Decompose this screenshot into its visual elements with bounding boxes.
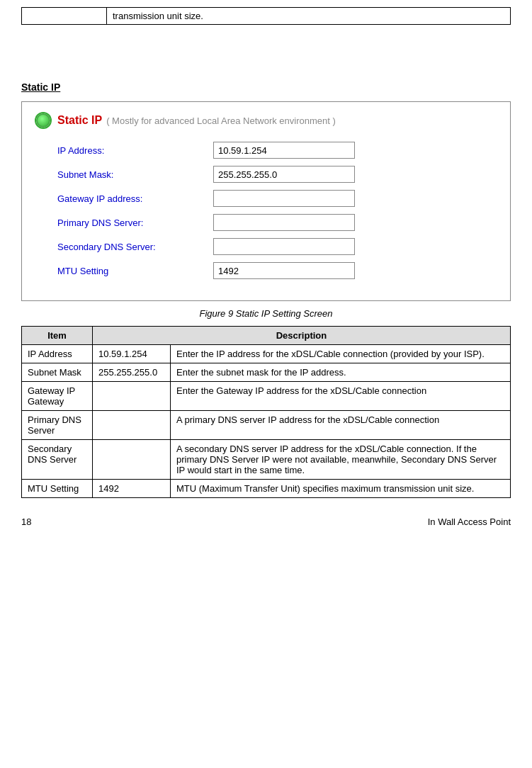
static-ip-title: Static IP [57,114,102,127]
form-rows: IP Address: Subnet Mask: Gateway IP addr… [36,142,496,279]
form-row-subnet-mask: Subnet Mask: [57,166,496,183]
figure-caption: Figure 9 Static IP Setting Screen [21,308,511,319]
form-row-primary-dns: Primary DNS Server: [57,214,496,231]
table-row: SecondaryDNS Server A secondary DNS serv… [22,440,511,480]
secondary-dns-label: Secondary DNS Server: [57,242,213,252]
row-description: Enter the Gateway IP address for the xDS… [171,382,511,411]
subnet-mask-input[interactable] [213,166,355,183]
row-description: Enter the IP address for the xDSL/Cable … [171,345,511,363]
top-table: transmission unit size. [21,7,511,25]
secondary-dns-input[interactable] [213,238,355,255]
description-table: Item Description IP Address 10.59.1.254 … [21,326,511,498]
static-ip-subtitle: ( Mostly for advanced Local Area Network… [106,115,336,126]
form-row-ip-address: IP Address: [57,142,496,159]
table-row: Gateway IPGateway Enter the Gateway IP a… [22,382,511,411]
form-row-gateway-ip: Gateway IP address: [57,190,496,207]
mtu-label: MTU Setting [57,266,213,276]
row-value: 10.59.1.254 [93,345,171,363]
row-description: A secondary DNS server IP address for th… [171,440,511,480]
row-item: MTU Setting [22,480,93,498]
row-item: SecondaryDNS Server [22,440,93,480]
primary-dns-label: Primary DNS Server: [57,218,213,228]
form-row-secondary-dns: Secondary DNS Server: [57,238,496,255]
page-footer: 18 In Wall Access Point [21,512,511,527]
table-row: MTU Setting 1492 MTU (Maximum Transfer U… [22,480,511,498]
table-row: Subnet Mask 255.255.255.0 Enter the subn… [22,363,511,382]
top-table-col1 [22,8,107,25]
row-item: Subnet Mask [22,363,93,382]
row-item: IP Address [22,345,93,363]
form-row-mtu: MTU Setting [57,262,496,279]
doc-title: In Wall Access Point [428,516,511,527]
col-header-item: Item [22,327,93,345]
ip-address-input[interactable] [213,142,355,159]
row-value: 1492 [93,480,171,498]
gateway-ip-input[interactable] [213,190,355,207]
top-table-col2: transmission unit size. [107,8,511,25]
col-header-description: Description [93,327,511,345]
table-row: IP Address 10.59.1.254 Enter the IP addr… [22,345,511,363]
row-value [93,411,171,440]
page-number: 18 [21,516,31,527]
radio-selected-icon[interactable] [36,113,50,128]
subnet-mask-label: Subnet Mask: [57,169,213,180]
section-heading: Static IP [21,81,511,93]
mtu-input[interactable] [213,262,355,279]
ip-address-label: IP Address: [57,145,213,156]
row-description: A primary DNS server IP address for the … [171,411,511,440]
row-description: MTU (Maximum Transfer Unit) specifies ma… [171,480,511,498]
primary-dns-input[interactable] [213,214,355,231]
table-row: transmission unit size. [22,8,511,25]
table-row: Primary DNSServer A primary DNS server I… [22,411,511,440]
row-description: Enter the subnet mask for the IP address… [171,363,511,382]
row-value: 255.255.255.0 [93,363,171,382]
row-value [93,440,171,480]
static-ip-header: Static IP ( Mostly for advanced Local Ar… [36,113,496,128]
table-header-row: Item Description [22,327,511,345]
row-item: Gateway IPGateway [22,382,93,411]
row-item: Primary DNSServer [22,411,93,440]
static-ip-box: Static IP ( Mostly for advanced Local Ar… [21,101,511,301]
row-value [93,382,171,411]
gateway-ip-label: Gateway IP address: [57,193,213,204]
